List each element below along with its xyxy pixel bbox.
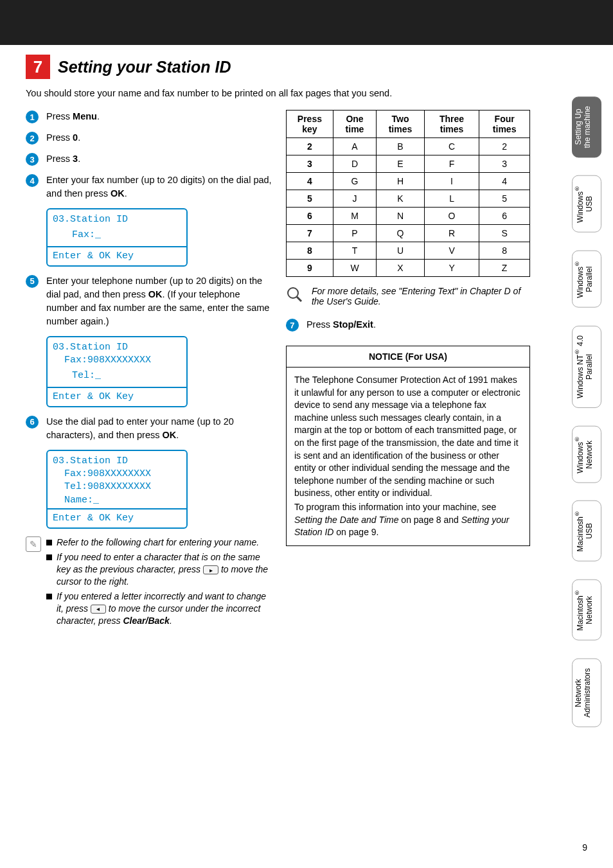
step-text-1: Press Menu. — [46, 110, 273, 123]
table-cell: 3 — [286, 155, 333, 173]
th-two: Two times — [377, 111, 425, 138]
table-cell: H — [377, 173, 425, 190]
table-cell: Q — [377, 225, 425, 242]
table-cell: 8 — [479, 242, 530, 260]
table-cell: E — [377, 155, 425, 173]
lcd3-line2: Fax:908XXXXXXXX — [53, 468, 181, 481]
right-column: Press key One time Two times Three times… — [286, 110, 530, 629]
lcd-display-3: 03.Station ID Fax:908XXXXXXXX Tel:908XXX… — [46, 450, 188, 529]
table-cell: D — [333, 155, 376, 173]
tab-windows-network[interactable]: Windows® Network — [572, 426, 601, 483]
table-cell: S — [479, 225, 530, 242]
note-1: Refer to the following chart for enterin… — [46, 536, 273, 549]
step-4: 4 Enter your fax number (up to 20 digits… — [26, 173, 273, 200]
tab-label: Setting Up — [574, 109, 583, 145]
table-cell: G — [333, 173, 376, 190]
lcd2-footer: Enter & OK Key — [53, 391, 181, 403]
tab-label: 4.0 — [576, 335, 585, 348]
step-3: 3 Press 3. — [26, 152, 273, 166]
table-cell: 9 — [286, 260, 333, 277]
lcd1-line3: Fax:_ — [60, 229, 181, 242]
book-reference-icon — [286, 286, 303, 303]
info-text: For more details, see "Entering Text" in… — [312, 286, 530, 306]
step-number-3: 3 — [26, 153, 39, 166]
table-cell: 6 — [479, 208, 530, 225]
tab-label: USB — [585, 196, 594, 212]
intro-text: You should store your name and fax numbe… — [26, 88, 530, 98]
tab-label: Administrators — [583, 668, 592, 718]
step-text-7: Press Stop/Exit. — [306, 318, 530, 332]
tab-setting-up[interactable]: Setting Up the machine — [572, 96, 601, 157]
info-reference: For more details, see "Entering Text" in… — [286, 286, 530, 306]
character-entry-table: Press key One time Two times Three times… — [286, 110, 530, 277]
tab-label: Windows — [576, 191, 585, 223]
table-cell: 6 — [286, 208, 333, 225]
th-four: Four times — [479, 111, 530, 138]
svg-line-1 — [297, 297, 301, 301]
lcd3-line4: Name:_ — [53, 494, 181, 507]
tab-label: Windows — [576, 267, 585, 298]
side-tabs: Setting Up the machine Windows® USB Wind… — [572, 96, 601, 727]
table-cell: P — [333, 225, 376, 242]
th-one: One time — [333, 111, 376, 138]
svg-point-0 — [288, 288, 298, 298]
lcd3-line1: 03.Station ID — [53, 455, 181, 468]
table-cell: M — [333, 208, 376, 225]
step-6: 6 Use the dial pad to enter your name (u… — [26, 415, 273, 442]
step-text-4: Enter your fax number (up to 20 digits) … — [46, 173, 273, 200]
th-key: Press key — [286, 111, 333, 138]
step-number-2: 2 — [26, 132, 39, 145]
table-cell: Z — [479, 260, 530, 277]
table-cell: 2 — [286, 138, 333, 155]
table-row: 2ABC2 — [286, 138, 529, 155]
lcd-display-1: 03.Station ID Fax:_ Enter & OK Key — [46, 208, 188, 267]
notice-paragraph-1: The Telephone Consumer Protection Act of… — [294, 374, 522, 500]
table-cell: A — [333, 138, 376, 155]
note-block: ✎ Refer to the following chart for enter… — [26, 536, 273, 629]
tab-label: Network — [585, 440, 594, 468]
table-cell: W — [333, 260, 376, 277]
tab-windows-nt-parallel[interactable]: Windows NT® 4.0 Parallel — [572, 326, 601, 408]
step-2: 2 Press 0. — [26, 131, 273, 145]
tab-label: Network — [585, 596, 594, 624]
table-cell: 3 — [479, 155, 530, 173]
pencil-note-icon: ✎ — [26, 536, 41, 552]
tab-label: Windows NT — [576, 355, 585, 398]
step-number-4: 4 — [26, 174, 39, 187]
tab-label: USB — [585, 523, 594, 539]
tab-macintosh-usb[interactable]: Macintosh® USB — [572, 500, 601, 562]
tab-windows-parallel[interactable]: Windows® Parallel — [572, 251, 601, 308]
step-text-2: Press 0. — [46, 131, 273, 145]
lcd2-line2: Fax:908XXXXXXXX — [53, 354, 181, 367]
table-cell: O — [424, 208, 479, 225]
tab-macintosh-network[interactable]: Macintosh® Network — [572, 580, 601, 641]
table-cell: T — [333, 242, 376, 260]
table-cell: K — [377, 190, 425, 208]
table-row: 8TUV8 — [286, 242, 529, 260]
tab-windows-usb[interactable]: Windows® USB — [572, 175, 601, 233]
step-number-7: 7 — [286, 319, 299, 332]
tab-label: Macintosh — [576, 517, 585, 552]
table-cell: V — [424, 242, 479, 260]
tab-label: Windows — [576, 442, 585, 474]
tab-network-admin[interactable]: Network Administrators — [572, 659, 601, 727]
section-title: Setting your Station ID — [58, 58, 231, 76]
table-cell: 5 — [286, 190, 333, 208]
th-three: Three times — [424, 111, 479, 138]
right-arrow-key-icon: ▸ — [203, 565, 218, 574]
table-row: 9WXYZ — [286, 260, 529, 277]
table-cell: N — [377, 208, 425, 225]
lcd2-line3: Tel:_ — [60, 369, 181, 382]
left-column: 1 Press Menu. 2 Press 0. 3 Press 3. 4 En… — [26, 110, 273, 629]
lcd1-footer: Enter & OK Key — [53, 250, 181, 263]
left-arrow-key-icon: ◂ — [91, 605, 106, 614]
section-header: 7 Setting your Station ID — [26, 55, 530, 79]
step-5: 5 Enter your telephone number (up to 20 … — [26, 274, 273, 328]
table-cell: X — [377, 260, 425, 277]
table-cell: 4 — [286, 173, 333, 190]
tab-label: Macintosh — [576, 596, 585, 631]
step-number-5: 5 — [26, 275, 39, 288]
step-text-5: Enter your telephone number (up to 20 di… — [46, 274, 273, 328]
notice-paragraph-2: To program this information into your ma… — [294, 501, 522, 539]
step-1: 1 Press Menu. — [26, 110, 273, 123]
